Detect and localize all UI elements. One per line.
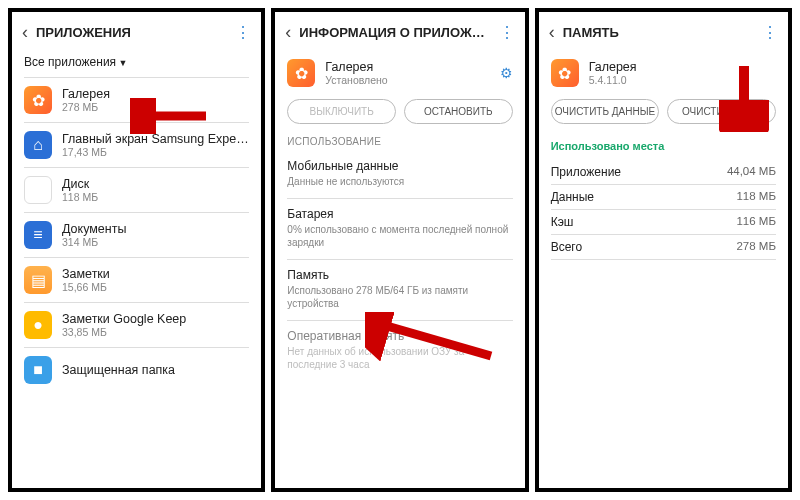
gallery-icon: ✿	[551, 59, 579, 87]
storage-row: Данные118 МБ	[539, 185, 788, 209]
storage-key: Всего	[551, 240, 582, 254]
clear-data-button[interactable]: ОЧИСТИТЬ ДАННЫЕ	[551, 99, 660, 124]
app-row-size: 33,85 МБ	[62, 326, 249, 338]
header-title: ИНФОРМАЦИЯ О ПРИЛОЖЕНИИ	[299, 25, 490, 40]
memory-row[interactable]: Память Использовано 278 МБ/64 ГБ из памя…	[275, 262, 524, 318]
storage-value: 44,04 МБ	[727, 165, 776, 179]
app-row-title: Галерея	[62, 87, 249, 101]
stop-button[interactable]: ОСТАНОВИТЬ	[404, 99, 513, 124]
panel-app-info: ‹ ИНФОРМАЦИЯ О ПРИЛОЖЕНИИ ⋮ ✿ Галерея Ус…	[271, 8, 528, 492]
app-row-title: Заметки Google Keep	[62, 312, 249, 326]
filter-dropdown[interactable]: Все приложения	[12, 49, 261, 77]
app-row[interactable]: ✿Галерея278 МБ	[12, 78, 261, 122]
clear-cache-button[interactable]: ОЧИСТИТЬ КЭШ	[667, 99, 776, 124]
mobile-data-row[interactable]: Мобильные данные Данные не используются	[275, 153, 524, 196]
back-icon[interactable]: ‹	[285, 22, 291, 43]
app-icon: ▲	[24, 176, 52, 204]
ram-sub: Нет данных об использовании ОЗУ за после…	[287, 345, 512, 371]
button-row: ВЫКЛЮЧИТЬ ОСТАНОВИТЬ	[275, 93, 524, 134]
app-row[interactable]: ▲Диск118 МБ	[12, 168, 261, 212]
panel-memory: ‹ ПАМЯТЬ ⋮ ✿ Галерея 5.4.11.0 ОЧИСТИТЬ Д…	[535, 8, 792, 492]
ram-row[interactable]: Оперативная память Нет данных об использ…	[275, 323, 524, 379]
more-icon[interactable]: ⋮	[235, 31, 251, 35]
app-list: ✿Галерея278 МБ⌂Главный экран Samsung Exp…	[12, 78, 261, 488]
storage-value: 116 МБ	[736, 215, 776, 229]
app-row-size: 15,66 МБ	[62, 281, 249, 293]
app-row-title: Заметки	[62, 267, 249, 281]
ram-title: Оперативная память	[287, 329, 512, 343]
battery-title: Батарея	[287, 207, 512, 221]
back-icon[interactable]: ‹	[22, 22, 28, 43]
panel-apps: ‹ ПРИЛОЖЕНИЯ ⋮ Все приложения ✿Галерея27…	[8, 8, 265, 492]
storage-row: Всего278 МБ	[539, 235, 788, 259]
app-row-title: Диск	[62, 177, 249, 191]
storage-key: Приложение	[551, 165, 621, 179]
app-header: ✿ Галерея Установлено ⚙	[275, 49, 524, 93]
app-icon: ●	[24, 311, 52, 339]
mobile-data-sub: Данные не используются	[287, 175, 512, 188]
header: ‹ ИНФОРМАЦИЯ О ПРИЛОЖЕНИИ ⋮	[275, 12, 524, 49]
storage-row: Кэш116 МБ	[539, 210, 788, 234]
storage-value: 278 МБ	[736, 240, 776, 254]
app-icon: ■	[24, 356, 52, 384]
battery-sub: 0% использовано с момента последней полн…	[287, 223, 512, 249]
header-title: ПАМЯТЬ	[563, 25, 754, 40]
app-row[interactable]: ≡Документы314 МБ	[12, 213, 261, 257]
mobile-data-title: Мобильные данные	[287, 159, 512, 173]
memory-title: Память	[287, 268, 512, 282]
divider	[287, 198, 512, 199]
storage-value: 118 МБ	[736, 190, 776, 204]
disable-button[interactable]: ВЫКЛЮЧИТЬ	[287, 99, 396, 124]
app-name: Галерея	[589, 60, 776, 74]
battery-row[interactable]: Батарея 0% использовано с момента послед…	[275, 201, 524, 257]
app-row[interactable]: ⌂Главный экран Samsung Experie..17,43 МБ	[12, 123, 261, 167]
app-icon: ✿	[24, 86, 52, 114]
storage-row: Приложение44,04 МБ	[539, 160, 788, 184]
divider	[287, 259, 512, 260]
app-icon: ⌂	[24, 131, 52, 159]
header-title: ПРИЛОЖЕНИЯ	[36, 25, 227, 40]
storage-key: Данные	[551, 190, 594, 204]
app-row-title: Главный экран Samsung Experie..	[62, 132, 249, 146]
storage-breakdown: Приложение44,04 МБДанные118 МБКэш116 МБВ…	[539, 160, 788, 260]
app-row[interactable]: ■Защищенная папка	[12, 348, 261, 392]
button-row: ОЧИСТИТЬ ДАННЫЕ ОЧИСТИТЬ КЭШ	[539, 93, 788, 134]
header: ‹ ПРИЛОЖЕНИЯ ⋮	[12, 12, 261, 49]
app-row[interactable]: ●Заметки Google Keep33,85 МБ	[12, 303, 261, 347]
app-row-size: 118 МБ	[62, 191, 249, 203]
app-icon: ▤	[24, 266, 52, 294]
app-header: ✿ Галерея 5.4.11.0	[539, 49, 788, 93]
divider	[551, 259, 776, 260]
app-row-title: Защищенная папка	[62, 363, 249, 377]
storage-key: Кэш	[551, 215, 574, 229]
more-icon[interactable]: ⋮	[499, 31, 515, 35]
memory-sub: Использовано 278 МБ/64 ГБ из памяти устр…	[287, 284, 512, 310]
app-row-title: Документы	[62, 222, 249, 236]
app-version: 5.4.11.0	[589, 74, 776, 86]
app-icon: ≡	[24, 221, 52, 249]
more-icon[interactable]: ⋮	[762, 31, 778, 35]
gear-icon[interactable]: ⚙	[500, 65, 513, 81]
app-row-size: 278 МБ	[62, 101, 249, 113]
gallery-icon: ✿	[287, 59, 315, 87]
divider	[287, 320, 512, 321]
usage-label: Использовано места	[539, 134, 788, 160]
app-status: Установлено	[325, 74, 489, 86]
header: ‹ ПАМЯТЬ ⋮	[539, 12, 788, 49]
app-row-size: 314 МБ	[62, 236, 249, 248]
back-icon[interactable]: ‹	[549, 22, 555, 43]
app-row-size: 17,43 МБ	[62, 146, 249, 158]
app-row[interactable]: ▤Заметки15,66 МБ	[12, 258, 261, 302]
app-name: Галерея	[325, 60, 489, 74]
usage-section-label: ИСПОЛЬЗОВАНИЕ	[275, 134, 524, 153]
